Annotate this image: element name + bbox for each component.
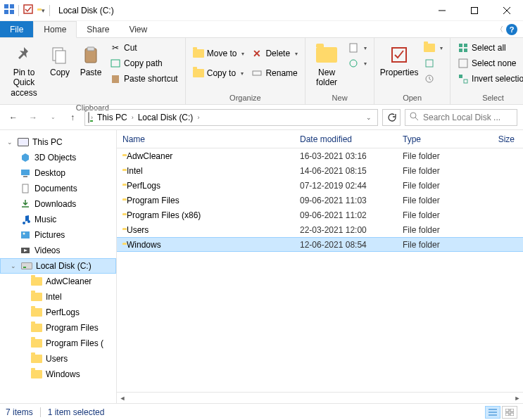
file-type: File folder <box>403 196 489 205</box>
back-button[interactable]: ← <box>6 110 21 125</box>
search-placeholder: Search Local Disk ... <box>423 113 500 122</box>
tab-view[interactable]: View <box>119 21 157 37</box>
navigation-pane[interactable]: ⌄This PC 3D Objects Desktop Documents Do… <box>0 130 117 403</box>
copy-button[interactable]: Copy <box>45 41 75 80</box>
file-row[interactable]: Users22-03-2021 12:00File folder <box>117 222 523 237</box>
file-list[interactable]: AdwCleaner16-03-2021 03:16File folderInt… <box>117 148 523 392</box>
videos-icon <box>20 245 31 256</box>
new-folder-label: New folder <box>311 68 342 88</box>
nav-sub-programfiles[interactable]: Program Files <box>0 320 116 336</box>
select-none-button[interactable]: Select none <box>455 56 523 70</box>
group-open: Properties Open <box>374 38 450 104</box>
nav-sub-windows[interactable]: Windows <box>0 367 116 382</box>
col-date-header[interactable]: Date modified <box>300 134 403 144</box>
cut-button[interactable]: ✂Cut <box>107 41 181 55</box>
crumb-sep-2[interactable]: › <box>197 114 199 121</box>
qat-properties-icon[interactable] <box>23 4 33 16</box>
file-row[interactable]: AdwCleaner16-03-2021 03:16File folder <box>117 148 523 163</box>
nav-sub-programfilesx[interactable]: Program Files ( <box>0 336 116 351</box>
qat-explorer-icon[interactable] <box>4 4 14 16</box>
address-bar[interactable]: › This PC › Local Disk (C:) › ⌄ <box>84 109 378 126</box>
maximize-button[interactable] <box>458 0 491 21</box>
paste-shortcut-button[interactable]: Paste shortcut <box>107 72 181 86</box>
address-dropdown-icon[interactable]: ⌄ <box>366 114 372 121</box>
music-icon <box>20 214 31 225</box>
col-name-header[interactable]: Name <box>122 134 300 144</box>
nav-downloads[interactable]: Downloads <box>0 196 116 212</box>
nav-3d-objects[interactable]: 3D Objects <box>0 150 116 165</box>
pin-quick-access-button[interactable]: Pin to Quick access <box>4 41 44 101</box>
file-date: 09-06-2021 11:02 <box>300 210 403 220</box>
forward-button[interactable]: → <box>25 110 41 125</box>
title-bar: ▾ Local Disk (C:) <box>0 0 523 21</box>
up-button[interactable]: ↑ <box>65 110 80 125</box>
file-row[interactable]: PerfLogs07-12-2019 02:44File folder <box>117 178 523 193</box>
file-row[interactable]: Windows12-06-2021 08:54File folder <box>117 237 523 252</box>
help-icon[interactable]: ? <box>506 24 517 35</box>
file-row[interactable]: Program Files (x86)09-06-2021 11:02File … <box>117 208 523 222</box>
scroll-right-button[interactable]: ► <box>512 393 523 404</box>
new-item-button[interactable] <box>345 41 370 55</box>
open-icon <box>424 42 435 53</box>
nav-sub-adwcleaner[interactable]: AdwCleaner <box>0 274 116 289</box>
group-select-label: Select <box>450 94 523 104</box>
delete-button[interactable]: ✕Delete <box>248 46 301 61</box>
svg-rect-3 <box>10 10 14 14</box>
refresh-button[interactable] <box>382 109 401 126</box>
search-box[interactable]: Search Local Disk ... <box>405 109 517 126</box>
svg-rect-0 <box>4 4 8 8</box>
nav-localdisk[interactable]: ⌄Local Disk (C:) <box>0 258 116 274</box>
file-row[interactable]: Intel14-06-2021 08:15File folder <box>117 163 523 178</box>
svg-rect-14 <box>112 75 119 83</box>
new-folder-button[interactable]: New folder <box>310 41 344 91</box>
file-name: Users <box>127 225 149 235</box>
crumb-sep-1[interactable]: › <box>132 114 134 121</box>
col-size-header[interactable]: Size <box>489 134 523 144</box>
details-view-button[interactable] <box>485 406 500 419</box>
svg-rect-31 <box>23 176 27 177</box>
paste-button[interactable]: Paste <box>76 41 106 80</box>
rename-button[interactable]: Rename <box>248 66 301 80</box>
nav-sub-users[interactable]: Users <box>0 351 116 367</box>
properties-label: Properties <box>380 68 419 77</box>
properties-icon <box>388 44 410 66</box>
close-button[interactable] <box>491 0 523 21</box>
nav-documents[interactable]: Documents <box>0 181 116 196</box>
tab-home[interactable]: Home <box>33 21 77 38</box>
status-selected-count: 1 item selected <box>48 407 105 417</box>
new-folder-icon <box>315 44 338 66</box>
tab-share[interactable]: Share <box>77 21 119 37</box>
recent-locations-button[interactable]: ⌄ <box>45 110 61 125</box>
nav-sub-perflogs[interactable]: PerfLogs <box>0 305 116 320</box>
edit-button[interactable] <box>421 56 446 70</box>
file-row[interactable]: Program Files09-06-2021 11:03File folder <box>117 193 523 208</box>
minimize-button[interactable] <box>426 0 458 21</box>
history-button[interactable] <box>421 72 446 86</box>
crumb-disk[interactable]: Local Disk (C:) <box>135 113 196 122</box>
nav-thispc[interactable]: ⌄This PC <box>0 134 116 150</box>
scissors-icon: ✂ <box>110 42 121 53</box>
tab-file[interactable]: File <box>0 21 33 37</box>
nav-music[interactable]: Music <box>0 212 116 227</box>
move-to-button[interactable]: Move to <box>190 46 248 61</box>
crumb-thispc[interactable]: This PC <box>94 113 130 122</box>
nav-desktop[interactable]: Desktop <box>0 165 116 181</box>
easy-access-button[interactable] <box>345 56 370 70</box>
nav-sub-intel[interactable]: Intel <box>0 289 116 305</box>
scroll-left-button[interactable]: ◄ <box>117 393 128 404</box>
svg-rect-39 <box>505 409 509 412</box>
properties-button[interactable]: Properties <box>379 41 420 80</box>
horizontal-scrollbar[interactable]: ◄ ► <box>117 392 523 403</box>
open-button[interactable] <box>421 41 446 55</box>
invert-selection-button[interactable]: Invert selection <box>455 72 523 86</box>
col-type-header[interactable]: Type <box>403 134 489 144</box>
large-icons-view-button[interactable] <box>502 406 517 419</box>
copy-path-button[interactable]: Copy path <box>107 56 181 70</box>
paste-shortcut-icon <box>110 73 121 84</box>
nav-pictures[interactable]: Pictures <box>0 227 116 243</box>
ribbon-collapse-icon[interactable]: 〈 <box>496 25 503 34</box>
qat-overflow-icon[interactable]: ▾ <box>42 7 45 14</box>
select-all-button[interactable]: Select all <box>455 41 523 55</box>
copy-to-button[interactable]: Copy to <box>190 66 248 80</box>
nav-videos[interactable]: Videos <box>0 243 116 258</box>
